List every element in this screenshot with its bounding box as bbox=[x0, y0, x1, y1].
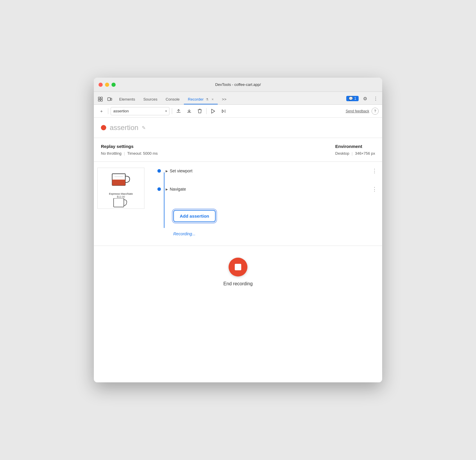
add-assertion-button[interactable]: Add assertion bbox=[173, 210, 216, 222]
settings-icon[interactable]: ⚙ bbox=[361, 94, 369, 103]
step-more-1[interactable]: ⋮ bbox=[372, 186, 377, 192]
environment-settings: Environment Desktop | 346×756 px bbox=[335, 144, 375, 156]
stop-icon bbox=[235, 264, 241, 270]
svg-rect-4 bbox=[108, 98, 110, 101]
svg-rect-9 bbox=[114, 198, 124, 207]
export-button[interactable] bbox=[174, 107, 183, 115]
svg-rect-5 bbox=[111, 98, 112, 100]
toolbar-separator-3 bbox=[206, 108, 207, 114]
timeout-value: Timeout: 5000 ms bbox=[127, 151, 158, 156]
svg-rect-2 bbox=[101, 97, 102, 99]
tab-bar-left: Elements Sources Console Recorder ⚗ × >> bbox=[96, 95, 231, 104]
coffee-mug-2-illustration bbox=[112, 198, 130, 209]
close-button[interactable] bbox=[99, 83, 103, 87]
size-value: 346×756 px bbox=[355, 151, 375, 156]
step-arrow-0: ▶ bbox=[166, 169, 168, 173]
svg-rect-0 bbox=[98, 97, 100, 99]
tab-close-icon[interactable]: × bbox=[212, 97, 214, 101]
page-thumbnail: Espresso Macchiato $12.00 bbox=[97, 168, 144, 209]
send-feedback-button[interactable]: Send feedback bbox=[346, 109, 369, 113]
step-label-1: ▶ Navigate bbox=[166, 187, 186, 191]
chevron-down-icon: ▾ bbox=[165, 109, 167, 113]
cursor-tool-icon[interactable] bbox=[96, 95, 104, 103]
svg-rect-7 bbox=[112, 180, 125, 186]
add-recording-button[interactable]: + bbox=[97, 107, 106, 115]
stop-recording-button[interactable] bbox=[229, 258, 247, 276]
step-item-1: ▶ Navigate ⋮ bbox=[157, 186, 377, 192]
step-text-1: Navigate bbox=[170, 187, 186, 191]
thumbnail-product-price: $12.00 bbox=[117, 195, 125, 198]
step-dot-1 bbox=[157, 187, 161, 191]
help-button[interactable]: ? bbox=[372, 108, 379, 115]
recording-title: assertion bbox=[110, 124, 138, 132]
step-text-0: Set viewport bbox=[170, 169, 192, 173]
minimize-button[interactable] bbox=[105, 83, 109, 87]
tab-more[interactable]: >> bbox=[218, 95, 230, 104]
settings-section: Replay settings No throttling | Timeout:… bbox=[94, 138, 382, 162]
recording-status-text: Recording... bbox=[173, 231, 195, 236]
device-value: Desktop bbox=[335, 151, 349, 156]
recording-name-text: assertion bbox=[113, 109, 164, 113]
tab-sources[interactable]: Sources bbox=[139, 95, 162, 104]
chat-icon: 💬 bbox=[349, 96, 353, 101]
recorder-flask-icon: ⚗ bbox=[206, 98, 209, 101]
recording-name-selector[interactable]: assertion ▾ bbox=[111, 107, 169, 115]
replay-settings: Replay settings No throttling | Timeout:… bbox=[101, 144, 158, 156]
environment-title: Environment bbox=[335, 144, 375, 149]
thumbnail-column: Espresso Macchiato $12.00 bbox=[94, 162, 153, 246]
steps-column: ▶ Set viewport ⋮ ▶ Navigate ⋮ Add bbox=[153, 162, 382, 246]
more-options-icon[interactable]: ⋮ bbox=[372, 94, 380, 103]
settings-separator: | bbox=[124, 151, 125, 156]
step-dot-0 bbox=[157, 169, 161, 173]
end-recording-label: End recording bbox=[223, 281, 253, 286]
svg-rect-3 bbox=[101, 99, 102, 101]
steps-area: Espresso Macchiato $12.00 ▶ bbox=[94, 162, 382, 246]
window-title: DevTools - coffee-cart.app/ bbox=[215, 82, 261, 87]
main-content: assertion ✎ Replay settings No throttlin… bbox=[94, 118, 382, 382]
svg-rect-1 bbox=[98, 99, 100, 101]
devtools-window: DevTools - coffee-cart.app/ Elements bbox=[94, 78, 382, 382]
title-bar: DevTools - coffee-cart.app/ bbox=[94, 78, 382, 92]
device-mode-icon[interactable] bbox=[106, 95, 114, 103]
throttling-value: No throttling bbox=[101, 151, 122, 156]
add-assertion-area: Add assertion bbox=[157, 204, 377, 228]
tab-elements[interactable]: Elements bbox=[115, 95, 139, 104]
toolbar-separator-2 bbox=[172, 108, 172, 114]
environment-detail: Desktop | 346×756 px bbox=[335, 151, 375, 156]
step-button[interactable] bbox=[219, 107, 228, 115]
traffic-lights bbox=[99, 83, 116, 87]
tabs: Elements Sources Console Recorder ⚗ × >> bbox=[115, 95, 231, 104]
tab-bar-right: 💬 1 ⚙ ⋮ bbox=[346, 94, 380, 103]
recording-header: assertion ✎ bbox=[94, 118, 382, 138]
env-separator: | bbox=[352, 151, 352, 156]
step-item-0: ▶ Set viewport ⋮ bbox=[157, 168, 377, 174]
tab-console[interactable]: Console bbox=[162, 95, 184, 104]
step-more-0[interactable]: ⋮ bbox=[372, 168, 377, 174]
play-button[interactable] bbox=[209, 107, 217, 115]
delete-button[interactable] bbox=[196, 107, 204, 115]
replay-settings-title: Replay settings bbox=[101, 144, 158, 149]
tab-bar: Elements Sources Console Recorder ⚗ × >>… bbox=[94, 92, 382, 105]
feedback-badge[interactable]: 💬 1 bbox=[346, 96, 359, 101]
replay-settings-detail: No throttling | Timeout: 5000 ms bbox=[101, 151, 158, 156]
toolbar: + assertion ▾ bbox=[94, 105, 382, 118]
step-label-0: ▶ Set viewport bbox=[166, 169, 192, 173]
timeline-line bbox=[164, 172, 164, 228]
tab-recorder[interactable]: Recorder ⚗ × bbox=[184, 95, 218, 104]
maximize-button[interactable] bbox=[111, 83, 116, 87]
end-recording-section: End recording bbox=[94, 246, 382, 298]
badge-count: 1 bbox=[354, 96, 356, 101]
recording-status: Recording... bbox=[157, 228, 377, 240]
edit-title-icon[interactable]: ✎ bbox=[142, 125, 146, 131]
toolbar-separator-1 bbox=[108, 108, 108, 114]
coffee-mug-illustration bbox=[109, 168, 133, 191]
recording-indicator bbox=[101, 125, 106, 130]
step-arrow-1: ▶ bbox=[166, 188, 168, 191]
thumbnail-product-name: Espresso Macchiato bbox=[109, 192, 133, 195]
import-button[interactable] bbox=[185, 107, 193, 115]
